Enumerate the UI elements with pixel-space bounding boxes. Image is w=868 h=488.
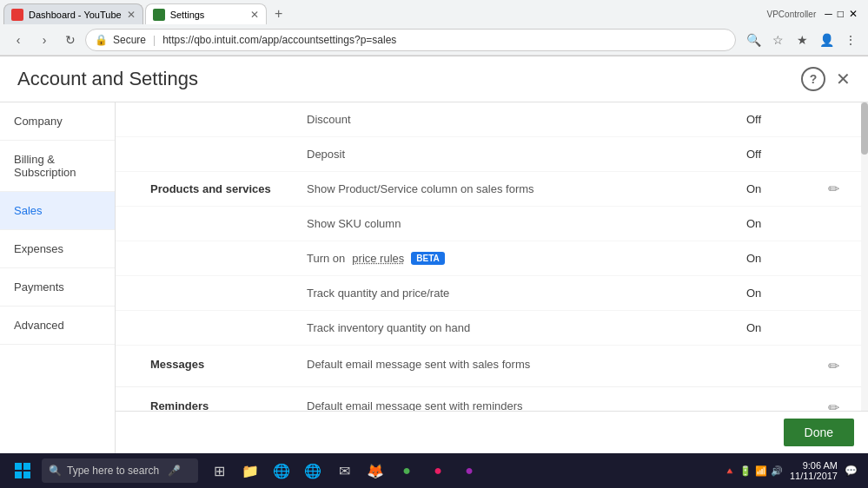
svg-rect-2	[15, 472, 22, 478]
tab-bar: Dashboard - YouTube ✕ Settings ✕ + VPCon…	[0, 0, 868, 24]
deposit-label: Deposit	[307, 148, 746, 161]
taskbar-app3[interactable]: ●	[424, 457, 452, 485]
messages-pencil-icon[interactable]: ✏	[828, 358, 839, 374]
messages-desc: Default email message sent with sales fo…	[307, 358, 816, 371]
vpcontroller-label: VPController	[767, 10, 817, 19]
wifi-icon: 📶	[755, 465, 767, 477]
discount-label: Discount	[307, 113, 746, 126]
sidebar-item-company[interactable]: Company	[0, 102, 115, 141]
url-separator: |	[153, 34, 156, 46]
system-icons: 🔺 🔋 📶 🔊	[724, 465, 783, 477]
messages-title: Messages	[133, 358, 307, 371]
start-button[interactable]	[7, 455, 38, 486]
sidebar: Company Billing & Subscription Sales Exp…	[0, 102, 116, 488]
youtube-favicon	[11, 9, 23, 21]
sidebar-item-expenses[interactable]: Expenses	[0, 230, 115, 268]
minimize-btn[interactable]: ─	[825, 8, 832, 20]
svg-rect-3	[23, 472, 30, 478]
menu-btn[interactable]: ⋮	[840, 30, 861, 50]
taskbar-datetime: 9:06 AM 11/11/2017	[790, 460, 838, 481]
track-qty-label: Track quantity and price/rate	[307, 287, 746, 300]
discount-value: Off	[746, 113, 816, 126]
settings-tab-label: Settings	[170, 10, 245, 20]
track-qty-value: On	[746, 287, 816, 300]
youtube-tab-label: Dashboard - YouTube	[29, 10, 122, 20]
messages-edit[interactable]: ✏	[816, 358, 851, 374]
pencil-icon[interactable]: ✏	[828, 181, 839, 197]
windows-logo-icon	[15, 463, 30, 478]
messages-section: Messages Default email message sent with…	[116, 346, 868, 387]
product-service-col-edit[interactable]: ✏	[816, 181, 851, 197]
url-bar[interactable]: 🔒 Secure | https://qbo.intuit.com/app/ac…	[85, 29, 736, 51]
discount-row: Discount Off	[116, 102, 868, 137]
lock-icon: 🔒	[95, 34, 108, 46]
track-inventory-value: On	[746, 321, 816, 334]
taskbar-edge[interactable]: 🌐	[268, 457, 295, 485]
product-service-col-label: Show Product/Service column on sales for…	[307, 182, 746, 195]
sys-icon-1: 🔺	[724, 465, 736, 477]
page-title: Account and Settings	[17, 68, 198, 90]
taskbar-task-view[interactable]: ⊞	[205, 457, 233, 485]
deposit-row: Deposit Off	[116, 137, 868, 172]
taskbar-file-explorer[interactable]: 📁	[236, 457, 264, 485]
taskbar-mail[interactable]: ✉	[330, 457, 358, 485]
sku-value: On	[746, 217, 816, 230]
search-btn[interactable]: 🔍	[743, 30, 764, 50]
star-btn[interactable]: ☆	[767, 30, 788, 50]
browser-actions: 🔍 ☆ ★ 👤 ⋮	[743, 30, 861, 50]
price-rules-value: On	[746, 252, 816, 265]
bookmark-btn[interactable]: ★	[792, 30, 812, 50]
account-btn[interactable]: 👤	[816, 30, 837, 50]
settings-tab-close[interactable]: ✕	[250, 9, 259, 21]
refresh-button[interactable]: ↻	[59, 29, 82, 51]
taskbar-ie[interactable]: 🌐	[299, 457, 327, 485]
new-tab-button[interactable]: +	[268, 3, 289, 24]
forward-button[interactable]: ›	[33, 29, 56, 51]
deposit-value: Off	[746, 148, 816, 161]
taskbar-time-value: 9:06 AM	[790, 460, 838, 471]
price-rules-row: Turn on price rules BETA On	[116, 241, 868, 276]
taskbar-app-icons: ⊞ 📁 🌐 🌐 ✉ 🦊 ● ● ●	[205, 457, 483, 485]
notification-icon[interactable]: 💬	[845, 465, 858, 477]
tab-youtube[interactable]: Dashboard - YouTube ✕	[3, 3, 143, 24]
header-actions: ? ✕	[801, 67, 851, 91]
back-button[interactable]: ‹	[7, 29, 30, 51]
track-inventory-row: Track inventory quantity on hand On	[116, 311, 868, 346]
product-service-col-value: On	[746, 182, 816, 195]
taskbar-app4[interactable]: ●	[455, 457, 483, 485]
sidebar-item-payments[interactable]: Payments	[0, 268, 115, 307]
products-services-row1: Products and services Show Product/Servi…	[116, 172, 868, 207]
taskbar-search-icon: 🔍	[49, 465, 62, 477]
sidebar-item-billing[interactable]: Billing & Subscription	[0, 141, 115, 192]
taskbar-app2[interactable]: ●	[393, 457, 421, 485]
microphone-icon: 🎤	[168, 465, 181, 477]
app-header: Account and Settings ? ✕	[0, 56, 868, 102]
taskbar-app1[interactable]: 🦊	[361, 457, 389, 485]
youtube-tab-close[interactable]: ✕	[127, 9, 136, 21]
sidebar-item-advanced[interactable]: Advanced	[0, 307, 115, 345]
maximize-btn[interactable]: □	[838, 8, 844, 20]
taskbar-search[interactable]: 🔍 Type here to search 🎤	[42, 458, 198, 483]
products-services-title: Products and services	[133, 182, 307, 195]
close-button[interactable]: ✕	[836, 69, 851, 89]
done-btn-container: Done	[116, 411, 868, 453]
taskbar-date-value: 11/11/2017	[790, 471, 838, 481]
price-rules-label: Turn on price rules BETA	[307, 252, 746, 265]
done-button[interactable]: Done	[784, 419, 854, 446]
window-close-btn[interactable]: ✕	[849, 8, 858, 20]
battery-icon: 🔋	[739, 465, 752, 477]
browser-controls: ‹ › ↻ 🔒 Secure | https://qbo.intuit.com/…	[0, 24, 868, 56]
settings-favicon	[153, 9, 165, 21]
taskbar-system-tray: 🔺 🔋 📶 🔊 9:06 AM 11/11/2017 💬	[724, 460, 861, 481]
price-rules-link[interactable]: price rules	[352, 252, 404, 265]
track-qty-row: Track quantity and price/rate On	[116, 276, 868, 311]
taskbar-search-label: Type here to search	[67, 465, 159, 477]
tab-settings[interactable]: Settings ✕	[145, 3, 267, 24]
help-button[interactable]: ?	[801, 67, 825, 91]
svg-rect-1	[23, 463, 30, 470]
url-protocol: Secure	[113, 34, 146, 46]
scrollbar-thumb[interactable]	[861, 102, 868, 155]
sku-label: Show SKU column	[307, 217, 746, 230]
taskbar: 🔍 Type here to search 🎤 ⊞ 📁 🌐 🌐 ✉ 🦊 ● ● …	[0, 453, 868, 488]
sidebar-item-sales[interactable]: Sales	[0, 192, 115, 230]
